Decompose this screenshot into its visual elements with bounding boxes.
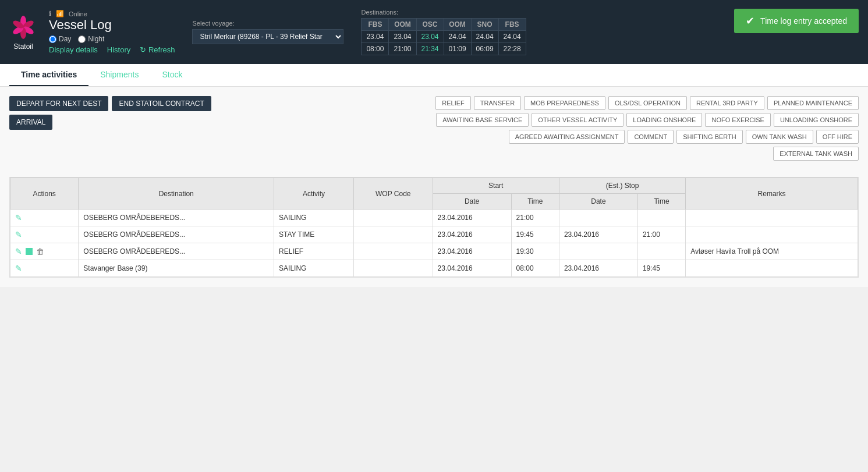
- destinations-label: Destinations:: [361, 9, 526, 16]
- activity-btn-comment[interactable]: COMMENT: [628, 130, 674, 144]
- activity-btn-planned_maintenance[interactable]: PLANNED MAINTENANCE: [767, 96, 859, 110]
- col-remarks: Remarks: [686, 178, 858, 210]
- start-time-0: 21:00: [511, 210, 559, 226]
- notification-banner: ✔ Time log entry accepted: [734, 9, 859, 33]
- dest-row2-2: 21:34: [416, 43, 444, 55]
- activity-btn-agreed_awaiting_assignment[interactable]: AGREED AWAITING ASSIGNMENT: [509, 130, 625, 144]
- delete-icon-2[interactable]: 🗑: [36, 247, 44, 256]
- stop-time-2: [637, 243, 685, 260]
- activity-btn-relief[interactable]: RELIEF: [435, 96, 471, 110]
- voyage-label: Select voyage:: [192, 20, 343, 27]
- header: Statoil ℹ 📶 Online Vessel Log Day Night …: [0, 0, 868, 64]
- activity-btn-unloading_onshore[interactable]: UNLOADING ONSHORE: [774, 113, 859, 127]
- start-date-2: 23.04.2016: [433, 243, 511, 260]
- wop-code-2: [353, 243, 433, 260]
- tab-stock[interactable]: Stock: [150, 64, 194, 86]
- signal-icon: 📶: [56, 10, 64, 17]
- destination-2: OSEBERG OMRÅDEBEREDS...: [79, 243, 274, 260]
- logo-area: Statoil: [9, 13, 37, 51]
- destinations-table: FBSOOMOSCOOMSNOFBS 23.0423.0423.0424.042…: [361, 18, 526, 55]
- stop-date-0: [559, 210, 637, 226]
- activity-0: SAILING: [274, 210, 354, 226]
- data-table: Actions Destination Activity WOP Code St…: [10, 178, 858, 277]
- dest-row1-5: 24.04: [498, 31, 526, 43]
- dest-header-1: OOM: [389, 19, 416, 31]
- table-row: ✎Stavanger Base (39)SAILING23.04.201608:…: [10, 260, 858, 277]
- stop-date-1: 23.04.2016: [559, 226, 637, 243]
- nav-links: Display details History ↻ Refresh: [49, 45, 175, 54]
- night-radio[interactable]: Night: [78, 35, 104, 43]
- col-stop-date: Date: [559, 194, 637, 210]
- activity-btn-shifting_berth[interactable]: SHIFTING BERTH: [676, 130, 742, 144]
- edit-icon-3[interactable]: ✎: [15, 264, 22, 273]
- voyage-select[interactable]: Stril Merkur (89268 - PL - 39 Relief Sta…: [192, 29, 343, 44]
- table-row: ✎OSEBERG OMRÅDEBEREDS...STAY TIME23.04.2…: [10, 226, 858, 243]
- voyage-area: Select voyage: Stril Merkur (89268 - PL …: [192, 20, 343, 44]
- table-row: ✎🗑OSEBERG OMRÅDEBEREDS...RELIEF23.04.201…: [10, 243, 858, 260]
- activity-buttons: RELIEFTRANSFERMOB PREPAREDNESSOLS/DSL OP…: [422, 96, 859, 161]
- refresh-link[interactable]: ↻ Refresh: [140, 45, 175, 54]
- tab-shipments[interactable]: Shipments: [88, 64, 150, 86]
- dest-header-3: OOM: [444, 19, 471, 31]
- start-time-1: 19:45: [511, 226, 559, 243]
- tab-time-activities[interactable]: Time activities: [9, 64, 88, 86]
- activity-btn-other_vessel_activity[interactable]: OTHER VESSEL ACTIVITY: [532, 113, 623, 127]
- day-radio[interactable]: Day: [49, 35, 71, 43]
- stop-time-3: 19:45: [637, 260, 685, 277]
- day-night-row: Day Night: [49, 35, 175, 43]
- activity-btn-external_tank_wash[interactable]: EXTERNAL TANK WASH: [773, 147, 859, 161]
- wop-code-1: [353, 226, 433, 243]
- arrival-btn[interactable]: ARRIVAL: [9, 115, 52, 130]
- col-start-group: Start: [433, 178, 559, 194]
- history-link[interactable]: History: [107, 45, 130, 54]
- col-start-date: Date: [433, 194, 511, 210]
- edit-icon-2[interactable]: ✎: [15, 247, 22, 256]
- dest-row2-1: 21:00: [389, 43, 416, 55]
- activity-btn-rental_3rd_party[interactable]: RENTAL 3RD PARTY: [690, 96, 764, 110]
- dest-row1-0: 23.04: [362, 31, 389, 43]
- destination-1: OSEBERG OMRÅDEBEREDS...: [79, 226, 274, 243]
- vessel-log-title: Vessel Log: [49, 17, 175, 33]
- stop-time-1: 21:00: [637, 226, 685, 243]
- dest-row1-4: 24.04: [471, 31, 498, 43]
- edit-icon-1[interactable]: ✎: [15, 230, 22, 239]
- wop-code-0: [353, 210, 433, 226]
- logo-text: Statoil: [13, 42, 33, 51]
- edit-icon-0[interactable]: ✎: [15, 213, 22, 222]
- start-time-3: 08:00: [511, 260, 559, 277]
- activity-btn-loading_onshore[interactable]: LOADING ONSHORE: [626, 113, 702, 127]
- col-destination: Destination: [79, 178, 274, 210]
- col-activity: Activity: [274, 178, 354, 210]
- action-buttons: DEPART FOR NEXT DEST END STATOIL CONTRAC…: [9, 96, 211, 130]
- square-icon-2: [26, 248, 33, 255]
- wop-code-3: [353, 260, 433, 277]
- activity-btn-awaiting_base_service[interactable]: AWAITING BASE SERVICE: [436, 113, 529, 127]
- dest-row2-5: 22:28: [498, 43, 526, 55]
- dest-header-5: FBS: [498, 19, 526, 31]
- online-row: ℹ 📶 Online: [49, 10, 175, 17]
- stop-date-3: 23.04.2016: [559, 260, 637, 277]
- end-btn[interactable]: END STATOIL CONTRACT: [112, 96, 211, 111]
- depart-btn[interactable]: DEPART FOR NEXT DEST: [9, 96, 108, 111]
- display-details-link[interactable]: Display details: [49, 45, 98, 54]
- activity-2: RELIEF: [274, 243, 354, 260]
- stop-date-2: [559, 243, 637, 260]
- notification-text: Time log entry accepted: [760, 16, 847, 26]
- start-date-3: 23.04.2016: [433, 260, 511, 277]
- dest-row1-3: 24.04: [444, 31, 471, 43]
- activity-btn-own_tank_wash[interactable]: OWN TANK WASH: [746, 130, 813, 144]
- col-actions: Actions: [10, 178, 79, 210]
- check-icon: ✔: [746, 15, 754, 27]
- destinations-area: Destinations: FBSOOMOSCOOMSNOFBS 23.0423…: [361, 9, 526, 55]
- activity-btn-nofo_exercise[interactable]: NOFO EXERCISE: [705, 113, 770, 127]
- activity-btn-mob_preparedness[interactable]: MOB PREPAREDNESS: [524, 96, 605, 110]
- online-label: Online: [69, 10, 87, 17]
- vessel-info: ℹ 📶 Online Vessel Log Day Night Display …: [49, 10, 175, 54]
- activity-btn-off_hire[interactable]: OFF HIRE: [816, 130, 859, 144]
- activity-1: STAY TIME: [274, 226, 354, 243]
- activity-btn-olsdsl_operation[interactable]: OLS/DSL OPERATION: [608, 96, 687, 110]
- activity-btn-transfer[interactable]: TRANSFER: [474, 96, 521, 110]
- remarks-1: [686, 226, 858, 243]
- remarks-3: [686, 260, 858, 277]
- destination-3: Stavanger Base (39): [79, 260, 274, 277]
